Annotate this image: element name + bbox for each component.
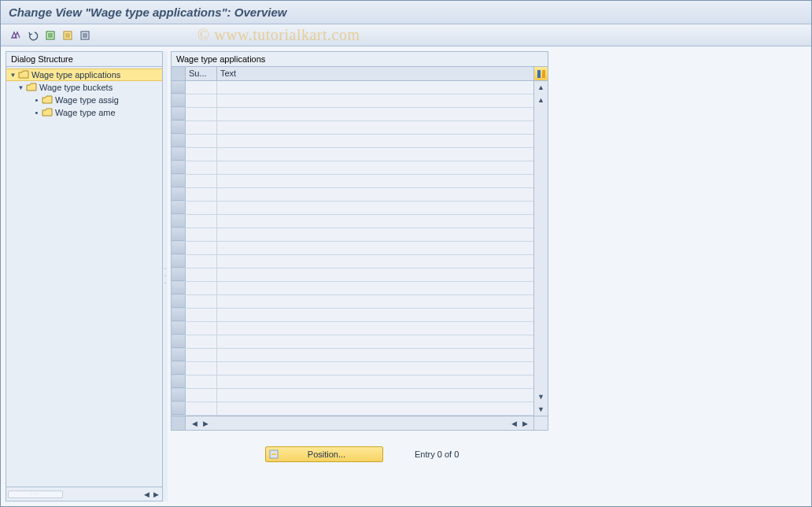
table-row[interactable] [172, 161, 533, 175]
table-row[interactable] [172, 228, 533, 242]
chevron-down-icon[interactable]: ▼ [9, 72, 17, 79]
cell-su[interactable] [186, 282, 217, 294]
row-selector[interactable] [172, 161, 186, 174]
cell-text[interactable] [217, 376, 533, 388]
cell-text[interactable] [217, 295, 533, 308]
tree-node-wage-type-assig[interactable]: • Wage type assig [6, 94, 162, 106]
row-selector[interactable] [172, 175, 186, 187]
cell-su[interactable] [186, 202, 217, 214]
cell-su[interactable] [186, 349, 217, 361]
scroll-down-icon[interactable]: ▼ [535, 390, 548, 403]
row-selector[interactable] [172, 215, 186, 228]
table-row[interactable] [172, 349, 533, 362]
copy-icon[interactable] [61, 28, 75, 43]
table-row[interactable] [172, 268, 533, 282]
cell-text[interactable] [217, 228, 533, 241]
cell-text[interactable] [217, 148, 533, 161]
cell-text[interactable] [217, 81, 533, 94]
delimit-icon[interactable] [78, 28, 92, 43]
tree-node-wage-type-buckets[interactable]: ▼ Wage type buckets [6, 81, 162, 94]
cell-su[interactable] [186, 188, 217, 201]
cell-su[interactable] [186, 309, 217, 321]
position-button[interactable]: Position... [265, 446, 383, 462]
row-selector[interactable] [172, 121, 186, 134]
table-row[interactable] [172, 376, 533, 389]
cell-text[interactable] [217, 362, 533, 375]
row-selector[interactable] [172, 81, 186, 94]
table-row[interactable] [172, 135, 533, 148]
row-selector[interactable] [172, 349, 186, 361]
cell-su[interactable] [186, 175, 217, 187]
cell-text[interactable] [217, 161, 533, 174]
scroll-left-icon[interactable]: ◀ [508, 418, 519, 429]
cell-su[interactable] [186, 295, 217, 308]
cell-text[interactable] [217, 349, 533, 361]
scroll-up-icon[interactable]: ▲ [535, 81, 548, 94]
scroll-up-icon[interactable]: ▲ [535, 94, 548, 106]
table-row[interactable] [172, 322, 533, 335]
scroll-right-icon[interactable]: ▶ [151, 490, 161, 499]
cell-su[interactable] [186, 135, 217, 147]
row-selector[interactable] [172, 148, 186, 161]
cell-su[interactable] [186, 228, 217, 241]
scroll-down-icon[interactable]: ▼ [535, 403, 548, 416]
cell-su[interactable] [186, 389, 217, 402]
cell-text[interactable] [217, 309, 533, 321]
scroll-left-icon[interactable]: ◀ [189, 418, 200, 429]
cell-su[interactable] [186, 322, 217, 335]
horizontal-scrollbar[interactable]: ◀ ▶ ◀ ▶ [172, 416, 548, 430]
table-row[interactable] [172, 362, 533, 376]
cell-su[interactable] [186, 335, 217, 348]
table-row[interactable] [172, 295, 533, 309]
row-selector[interactable] [172, 322, 186, 335]
cell-su[interactable] [186, 121, 217, 134]
cell-su[interactable] [186, 94, 217, 107]
grid-config-icon[interactable] [533, 67, 548, 80]
scroll-right-icon[interactable]: ▶ [519, 418, 530, 429]
cell-su[interactable] [186, 215, 217, 228]
cell-text[interactable] [217, 268, 533, 281]
cell-text[interactable] [217, 202, 533, 214]
table-row[interactable] [172, 282, 533, 295]
cell-su[interactable] [186, 268, 217, 281]
row-selector[interactable] [172, 335, 186, 348]
row-selector[interactable] [172, 268, 186, 281]
cell-text[interactable] [217, 175, 533, 187]
scroll-left-icon[interactable]: ◀ [142, 490, 151, 499]
row-selector[interactable] [172, 282, 186, 294]
row-selector[interactable] [172, 94, 186, 107]
cell-su[interactable] [186, 255, 217, 268]
cell-su[interactable] [186, 108, 217, 120]
vertical-scrollbar[interactable]: ▲ ▲ ▼ ▼ [533, 81, 548, 416]
table-row[interactable] [172, 94, 533, 108]
row-selector[interactable] [172, 389, 186, 402]
row-selector[interactable] [172, 242, 186, 254]
tree-node-wage-type-applications[interactable]: ▼ Wage type applications [6, 68, 162, 81]
table-row[interactable] [172, 215, 533, 228]
row-selector[interactable] [172, 362, 186, 375]
table-row[interactable] [172, 255, 533, 268]
row-selector[interactable] [172, 135, 186, 147]
cell-text[interactable] [217, 402, 533, 415]
table-row[interactable] [172, 242, 533, 255]
tree-node-wage-type-amen[interactable]: • Wage type ame [6, 106, 162, 119]
cell-text[interactable] [217, 242, 533, 254]
chevron-down-icon[interactable]: ▼ [17, 84, 24, 91]
cell-text[interactable] [217, 121, 533, 134]
cell-text[interactable] [217, 94, 533, 107]
grid-corner[interactable] [172, 67, 186, 80]
grid-col-text[interactable]: Text [217, 67, 533, 80]
grid-col-su[interactable]: Su... [186, 67, 217, 80]
cell-su[interactable] [186, 81, 217, 94]
cell-text[interactable] [217, 188, 533, 201]
table-row[interactable] [172, 335, 533, 349]
row-selector[interactable] [172, 295, 186, 308]
cell-su[interactable] [186, 362, 217, 375]
table-row[interactable] [172, 202, 533, 215]
row-selector[interactable] [172, 228, 186, 241]
new-entries-icon[interactable] [43, 28, 57, 43]
row-selector[interactable] [172, 402, 186, 415]
undo-icon[interactable] [26, 28, 40, 43]
cell-su[interactable] [186, 242, 217, 254]
table-row[interactable] [172, 188, 533, 202]
